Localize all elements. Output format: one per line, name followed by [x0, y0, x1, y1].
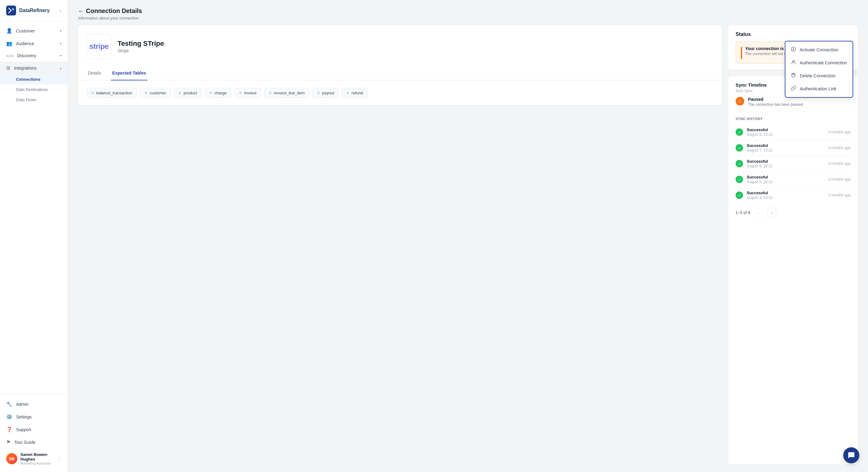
table-tag-icon: ≡ [346, 90, 349, 95]
sidebar-collapse-button[interactable]: ‹ [60, 7, 62, 14]
dropdown-item-delete[interactable]: Delete Connection [785, 69, 852, 82]
sync-time-ago-label: 3 months ago [828, 146, 851, 150]
discovery-icon: </> [6, 54, 13, 58]
table-tag-label: payout [322, 91, 334, 95]
user-info: Samm Bowen-Hughes Marketing Associate [21, 452, 54, 465]
sidebar-item-support[interactable]: ❓ Support [0, 423, 68, 436]
main-content: ← Connection Details Information about y… [68, 0, 868, 472]
dropdown-item-authenticate[interactable]: Authenticate Connection [785, 56, 852, 69]
sync-date-label: August 4, 10:21 [747, 195, 825, 200]
delete-icon [791, 73, 796, 79]
svg-point-1 [12, 8, 14, 10]
success-check-icon: ✓ [736, 128, 743, 136]
dropdown-item-activate[interactable]: Activate Connection [785, 43, 852, 56]
sidebar-item-label-admin: Admin [16, 402, 28, 407]
sidebar-item-integrations[interactable]: ⊞ Integrations ▴ [0, 62, 68, 74]
table-tag[interactable]: ≡invoice [235, 88, 261, 98]
table-tag-icon: ≡ [317, 90, 319, 95]
success-check-icon: ✓ [736, 191, 743, 199]
sidebar-logo-area: DataRefinery ‹ [0, 0, 68, 21]
paused-info: Paused The connection has been paused [748, 97, 803, 107]
paused-desc: The connection has been paused [748, 102, 803, 107]
sync-date-label: August 7, 10:21 [747, 148, 825, 153]
table-tag[interactable]: ≡balance_transaction [87, 88, 137, 98]
page-header: ← Connection Details Information about y… [68, 0, 868, 25]
sync-status-label: Successful [747, 191, 825, 195]
stripe-logo-text: stripe [89, 42, 108, 51]
pagination-prev-button[interactable]: ‹ [754, 208, 763, 217]
sidebar-user-area[interactable]: SB Samm Bowen-Hughes Marketing Associate… [0, 448, 68, 469]
sidebar-item-label-settings: Settings [16, 414, 32, 419]
table-tag-label: charge [214, 91, 227, 95]
sync-row-info: Successful August 7, 10:21 [747, 143, 825, 153]
integrations-icon: ⊞ [6, 65, 10, 71]
dropdown-item-auth-link[interactable]: Authentication Link [785, 82, 852, 95]
chat-bubble-button[interactable] [843, 447, 859, 463]
dropdown-item-auth-link-label: Authentication Link [800, 86, 836, 91]
sync-section: Sync Timeline Next Sync ! Paused The con… [728, 76, 858, 465]
sync-history-title: Sync History [736, 117, 851, 121]
sidebar-item-tour-guide[interactable]: ⚑ Tour Guide [0, 436, 68, 448]
table-tags-list: ≡balance_transaction≡customer≡product≡ch… [87, 88, 713, 98]
page-subtitle: Information about your connection [78, 16, 858, 21]
audience-icon: 👥 [6, 40, 12, 46]
connection-info: Testing STripe Stripe [118, 40, 164, 53]
sidebar-item-discovery[interactable]: </> Discovery ▾ [0, 50, 68, 62]
dropdown-item-authenticate-label: Authenticate Connection [800, 60, 847, 65]
connection-logo-box: stripe [87, 34, 111, 59]
table-tag[interactable]: ≡charge [205, 88, 231, 98]
app-name: DataRefinery [19, 8, 50, 13]
sidebar-item-data-destinations[interactable]: Data Destinations [0, 85, 68, 95]
chevron-down-icon: ▾ [60, 29, 62, 33]
sidebar-item-label-support: Support [16, 427, 31, 432]
tabs-bar: Details Expected Tables [78, 66, 722, 81]
pagination-range: 1–5 of 9 [736, 210, 750, 215]
table-tag[interactable]: ≡customer [140, 88, 171, 98]
table-tag[interactable]: ≡product [174, 88, 202, 98]
sync-time-ago-label: 3 months ago [828, 161, 851, 166]
tab-details[interactable]: Details [87, 66, 102, 81]
paused-row: ! Paused The connection has been paused [736, 97, 851, 112]
svg-marker-3 [793, 48, 795, 50]
sidebar-item-label-integrations: Integrations [14, 66, 36, 70]
sidebar-item-settings[interactable]: ⚙️ Settings [0, 410, 68, 423]
sidebar-item-admin[interactable]: 🔧 Admin [0, 398, 68, 410]
activate-icon [791, 47, 796, 53]
sync-history-row: ✓ Successful August 4, 10:21 3 months ag… [736, 187, 851, 203]
avatar: SB [6, 453, 17, 464]
settings-icon: ⚙️ [6, 414, 12, 420]
table-tag[interactable]: ≡refund [342, 88, 368, 98]
authenticate-icon [791, 60, 796, 66]
page-title: Connection Details [86, 7, 142, 14]
sidebar: DataRefinery ‹ 👤 Customer ▾ 👥 Audience ▾… [0, 0, 68, 472]
dropdown-item-delete-label: Delete Connection [800, 73, 835, 78]
sidebar-item-customer[interactable]: 👤 Customer ▾ [0, 25, 68, 37]
sidebar-item-audience[interactable]: 👥 Audience ▾ [0, 37, 68, 50]
table-tag-icon: ≡ [269, 90, 271, 95]
sync-row-info: Successful August 8, 10:21 [747, 127, 825, 137]
sync-history-row: ✓ Successful August 5, 10:21 3 months ag… [736, 172, 851, 187]
pagination-next-button[interactable]: › [767, 208, 776, 217]
connection-type: Stripe [118, 48, 164, 53]
table-tag[interactable]: ≡invoice_line_item [264, 88, 309, 98]
table-tag[interactable]: ≡payout [312, 88, 339, 98]
integrations-subnav: Connections Data Destinations Data Flows [0, 74, 68, 105]
connection-panel: stripe Testing STripe Stripe Details Exp… [78, 25, 722, 465]
table-tag-label: balance_transaction [96, 91, 132, 95]
tab-expected-tables[interactable]: Expected Tables [111, 66, 147, 81]
sync-history-row: ✓ Successful August 6, 10:21 3 months ag… [736, 156, 851, 172]
back-button[interactable]: ← Connection Details [78, 7, 142, 14]
success-check-icon: ✓ [736, 144, 743, 152]
table-tag-label: refund [352, 91, 363, 95]
sidebar-item-connections[interactable]: Connections [0, 74, 68, 85]
connection-name: Testing STripe [118, 40, 164, 48]
sidebar-item-data-flows[interactable]: Data Flows [0, 95, 68, 105]
user-menu-button[interactable]: ⋮ [57, 456, 62, 462]
paused-status-icon: ! [736, 97, 744, 105]
sync-status-label: Successful [747, 127, 825, 132]
sidebar-item-label-customer: Customer [16, 28, 35, 33]
sidebar-nav: 👤 Customer ▾ 👥 Audience ▾ </> Discovery … [0, 21, 68, 395]
svg-rect-5 [792, 74, 795, 77]
content-area: stripe Testing STripe Stripe Details Exp… [68, 25, 868, 472]
table-tag-label: invoice_line_item [274, 91, 305, 95]
